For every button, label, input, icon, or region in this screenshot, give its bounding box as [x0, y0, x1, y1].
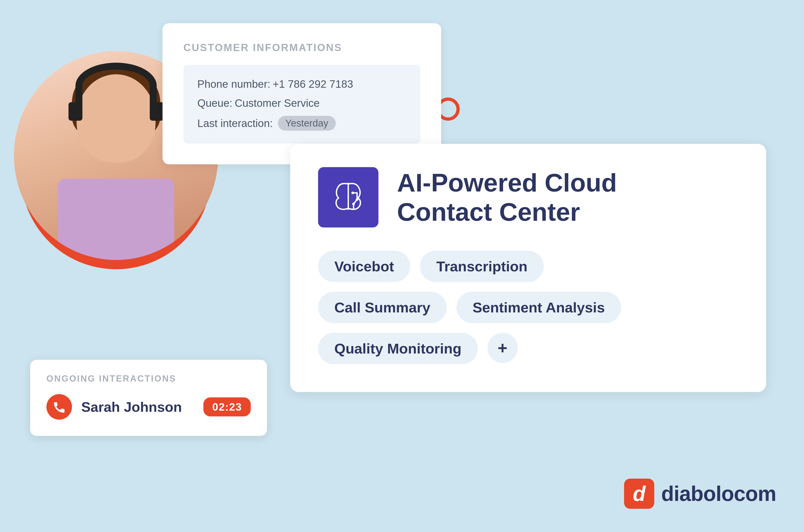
ongoing-row: Sarah Johnson 02:23 [46, 394, 251, 420]
svg-line-5 [354, 200, 357, 204]
ongoing-card-title: ONGOING INTERACTIONS [46, 374, 251, 384]
diabolocom-d-box: d [624, 479, 654, 509]
ai-card-header: AI-Powered Cloud Contact Center [318, 167, 738, 227]
queue-row: Queue: Customer Service [197, 97, 406, 109]
chips-row-2: Call Summary Sentiment Analysis [318, 292, 738, 323]
agent-shirt [58, 179, 174, 260]
diabolocom-brand-name: diabolocom [661, 482, 776, 506]
queue-value: Customer Service [235, 97, 320, 109]
chip-more: + [488, 333, 518, 363]
phone-label: Phone number: [197, 78, 270, 90]
phone-row: Phone number: +1 786 292 7183 [197, 78, 406, 90]
phone-icon [52, 400, 66, 414]
diabolocom-d-letter: d [633, 482, 646, 506]
queue-label: Queue: [197, 97, 232, 109]
phone-value: +1 786 292 7183 [273, 78, 353, 90]
diabolocom-logo: d diabolocom [624, 479, 776, 509]
ongoing-interactions-card: ONGOING INTERACTIONS Sarah Johnson 02:23 [30, 360, 267, 436]
ai-logo-box [318, 167, 378, 227]
ai-card: AI-Powered Cloud Contact Center Voicebot… [290, 144, 766, 392]
agent-name: Sarah Johnson [81, 399, 194, 415]
phone-icon-circle [46, 394, 72, 420]
call-timer: 02:23 [203, 397, 251, 416]
last-interaction-row: Last interaction: Yesterday [197, 116, 406, 131]
ai-brain-icon [326, 175, 370, 219]
chip-voicebot: Voicebot [318, 251, 410, 282]
last-interaction-badge: Yesterday [278, 116, 336, 131]
customer-info-card: CUSTOMER INFORMATIONS Phone number: +1 7… [163, 23, 441, 164]
chips-row-1: Voicebot Transcription [318, 251, 738, 282]
headphone-left-ear [69, 102, 82, 121]
chip-sentiment-analysis: Sentiment Analysis [456, 292, 621, 323]
ai-card-title: AI-Powered Cloud Contact Center [397, 168, 617, 227]
headphone-band [75, 63, 157, 109]
chip-call-summary: Call Summary [318, 292, 447, 323]
headphone-right-ear [150, 102, 164, 121]
customer-card-title: CUSTOMER INFORMATIONS [183, 42, 420, 53]
chip-quality-monitoring: Quality Monitoring [318, 333, 478, 364]
customer-info-block: Phone number: +1 786 292 7183 Queue: Cus… [183, 65, 420, 144]
chip-transcription: Transcription [420, 251, 544, 282]
feature-chips-grid: Voicebot Transcription Call Summary Sent… [318, 251, 738, 364]
last-interaction-label: Last interaction: [197, 117, 273, 130]
chips-row-3: Quality Monitoring + [318, 333, 738, 364]
